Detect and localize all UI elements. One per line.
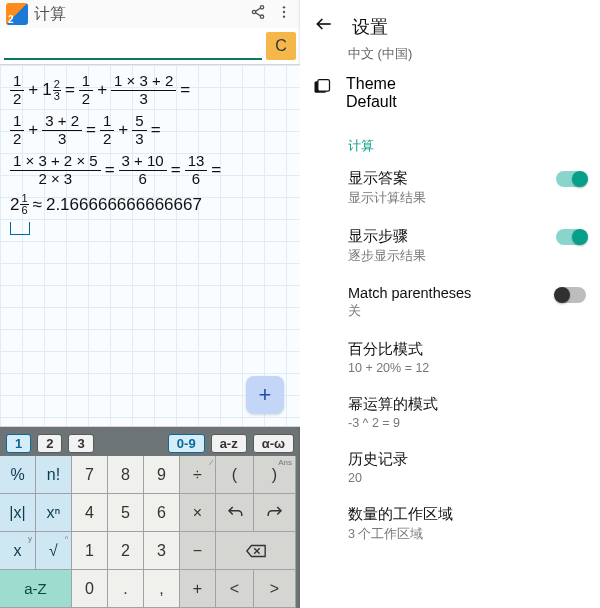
clear-button[interactable]: C xyxy=(266,32,296,60)
math-symbol: + xyxy=(28,120,38,140)
svg-line-4 xyxy=(255,13,260,16)
step-bracket xyxy=(10,222,30,235)
key-xⁿ[interactable]: xⁿ xyxy=(36,494,72,532)
math-symbol: ≈ xyxy=(33,195,42,215)
math-symbol: 2.166666666666667 xyxy=(46,195,202,215)
fraction: 12 xyxy=(10,113,24,147)
more-icon[interactable] xyxy=(274,4,294,24)
fraction: 53 xyxy=(132,113,146,147)
input-row: C xyxy=(0,28,300,64)
key-√[interactable]: √ⁿ xyxy=(36,532,72,570)
key-.[interactable]: . xyxy=(108,570,144,608)
math-symbol: + xyxy=(28,80,38,100)
settings-item-subtitle: 10 + 20% = 12 xyxy=(348,361,586,375)
key-|x|[interactable]: |x| xyxy=(0,494,36,532)
settings-top-bar: 设置 xyxy=(300,0,600,47)
toggle-switch[interactable] xyxy=(556,229,586,245)
key-−[interactable]: − xyxy=(180,532,216,570)
key-,[interactable]: , xyxy=(144,570,180,608)
math-symbol: + xyxy=(97,80,107,100)
fraction: 1 × 3 + 23 xyxy=(111,73,176,107)
theme-title: Theme xyxy=(346,75,397,93)
app-title: 计算 xyxy=(34,4,66,25)
language-value-clipped: 中文 (中国) xyxy=(300,47,600,63)
settings-item-subtitle: 20 xyxy=(348,471,586,485)
math-symbol: = xyxy=(211,160,221,180)
toggle-switch[interactable] xyxy=(556,171,586,187)
key-7[interactable]: 7 xyxy=(72,456,108,494)
key-4[interactable]: 4 xyxy=(72,494,108,532)
math-workspace[interactable]: 12+123=12+1 × 3 + 23=12+3 + 23=12+53=1 ×… xyxy=(0,64,300,427)
key-8[interactable]: 8 xyxy=(108,456,144,494)
settings-item-subtitle: 逐步显示结果 xyxy=(348,248,546,265)
key-+[interactable]: + xyxy=(180,570,216,608)
page-tab-1[interactable]: 1 xyxy=(6,434,31,453)
key-redo[interactable] xyxy=(254,494,296,532)
settings-pane: 设置 中文 (中国) Theme Default 计算 显示答案显示计算结果显示… xyxy=(300,0,600,608)
key-×[interactable]: × xyxy=(180,494,216,532)
settings-item-title: 显示步骤 xyxy=(348,227,546,246)
share-icon[interactable] xyxy=(248,4,268,24)
math-symbol: = xyxy=(151,120,161,140)
mode-tab[interactable]: 0-9 xyxy=(168,434,205,453)
fraction: 3 + 106 xyxy=(119,153,167,187)
math-step: 1 × 3 + 2 × 52 × 3=3 + 106=136= xyxy=(10,153,290,187)
settings-item[interactable]: 幂运算的模式-3 ^ 2 = 9 xyxy=(300,385,600,440)
math-symbol: + xyxy=(118,120,128,140)
math-symbol: = xyxy=(105,160,115,180)
math-symbol: = xyxy=(180,80,190,100)
keyboard: 123 0-9a-zα-ω %n!789÷⁄()Ans|x|xⁿ456×xy√ⁿ… xyxy=(0,427,300,608)
mixed-number: 123 xyxy=(42,79,61,102)
add-expression-button[interactable]: + xyxy=(246,376,284,414)
toggle-switch[interactable] xyxy=(556,287,586,303)
settings-item[interactable]: 百分比模式10 + 20% = 12 xyxy=(300,330,600,385)
key-([interactable]: ( xyxy=(216,456,254,494)
settings-item[interactable]: 历史记录20 xyxy=(300,440,600,495)
settings-item[interactable]: Match parentheses关 xyxy=(300,275,600,330)
mixed-number: 216 xyxy=(10,193,29,216)
settings-item-subtitle: 显示计算结果 xyxy=(348,190,546,207)
fraction: 3 + 23 xyxy=(42,113,82,147)
section-calc: 计算 xyxy=(300,123,600,159)
key-6[interactable]: 6 xyxy=(144,494,180,532)
key->[interactable]: > xyxy=(254,570,296,608)
key-x[interactable]: xy xyxy=(0,532,36,570)
mode-tab[interactable]: α-ω xyxy=(253,434,294,453)
keyboard-tabs: 123 0-9a-zα-ω xyxy=(0,431,300,456)
settings-item-title: 百分比模式 xyxy=(348,340,586,359)
key-0[interactable]: 0 xyxy=(72,570,108,608)
key-)[interactable]: )Ans xyxy=(254,456,296,494)
key-n![interactable]: n! xyxy=(36,456,72,494)
key-<[interactable]: < xyxy=(216,570,254,608)
svg-rect-12 xyxy=(318,80,330,92)
settings-body[interactable]: 中文 (中国) Theme Default 计算 显示答案显示计算结果显示步骤逐… xyxy=(300,47,600,608)
settings-item-title: 幂运算的模式 xyxy=(348,395,586,414)
page-tab-2[interactable]: 2 xyxy=(37,434,62,453)
settings-item-subtitle: -3 ^ 2 = 9 xyxy=(348,416,586,430)
math-symbol: = xyxy=(65,80,75,100)
key-÷[interactable]: ÷⁄ xyxy=(180,456,216,494)
mode-tab[interactable]: a-z xyxy=(211,434,247,453)
back-icon[interactable] xyxy=(314,14,334,39)
settings-item[interactable]: 数量的工作区域3 个工作区域 xyxy=(300,495,600,553)
math-step: 12+123=12+1 × 3 + 23= xyxy=(10,73,290,107)
page-tab-3[interactable]: 3 xyxy=(68,434,93,453)
fraction: 136 xyxy=(185,153,208,187)
key-backspace[interactable] xyxy=(216,532,296,570)
settings-item[interactable]: 显示步骤逐步显示结果 xyxy=(300,217,600,275)
expression-input[interactable] xyxy=(4,32,262,60)
settings-item[interactable]: 显示答案显示计算结果 xyxy=(300,159,600,217)
math-step: 12+3 + 23=12+53= xyxy=(10,113,290,147)
theme-item[interactable]: Theme Default xyxy=(300,63,600,123)
key-5[interactable]: 5 xyxy=(108,494,144,532)
key-3[interactable]: 3 xyxy=(144,532,180,570)
key-1[interactable]: 1 xyxy=(72,532,108,570)
settings-item-subtitle: 3 个工作区域 xyxy=(348,526,586,543)
key-2[interactable]: 2 xyxy=(108,532,144,570)
fraction: 12 xyxy=(10,73,24,107)
key-9[interactable]: 9 xyxy=(144,456,180,494)
key-%[interactable]: % xyxy=(0,456,36,494)
key-a-Z[interactable]: a-Z xyxy=(0,570,72,608)
key-undo[interactable] xyxy=(216,494,254,532)
math-symbol: = xyxy=(171,160,181,180)
